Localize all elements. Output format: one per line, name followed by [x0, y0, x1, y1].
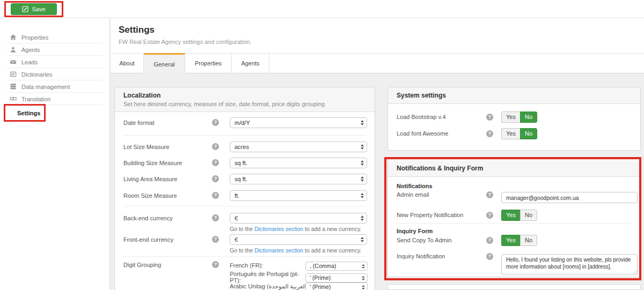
page-subtitle: FW Real Estate Agency settings and confi…: [119, 39, 252, 45]
help-icon[interactable]: ?: [486, 130, 493, 137]
help-icon[interactable]: ?: [486, 191, 493, 198]
select-arrows-icon: [361, 215, 364, 221]
inquiry-notification-label: Inquiry Notification: [397, 251, 445, 262]
currency-note: Go to the Dictionaries section to add a …: [230, 226, 362, 232]
sidebar-item-settings[interactable]: Settings: [0, 105, 109, 121]
toggle-no[interactable]: No: [520, 210, 537, 221]
help-icon[interactable]: ?: [212, 143, 219, 150]
localization-title: Localization: [123, 92, 366, 99]
sidebar-item-agents[interactable]: Agents: [0, 43, 109, 56]
help-icon[interactable]: ?: [212, 159, 219, 166]
save-button-label: Save: [32, 6, 45, 12]
sidebar: Properties Agents Leads Dictionaries Dat…: [0, 18, 110, 290]
tab-properties[interactable]: Properties: [185, 54, 232, 73]
help-icon[interactable]: ?: [212, 192, 219, 199]
topbar: Save: [0, 0, 644, 18]
load-font-awesome-label: Load font Awesome: [397, 128, 448, 139]
admin-email-label: Admin email: [397, 189, 429, 200]
sidebar-item-data-management[interactable]: Data management: [0, 80, 109, 93]
sidebar-item-label: Data management: [21, 84, 70, 90]
divider: [397, 223, 632, 224]
help-icon[interactable]: ?: [486, 237, 493, 244]
select-arrows-icon: [362, 285, 365, 289]
help-icon[interactable]: ?: [212, 236, 219, 243]
localization-subtitle: Set here desired currency, measure of si…: [123, 101, 366, 107]
help-icon[interactable]: ?: [486, 114, 493, 121]
toggle-no[interactable]: No: [520, 235, 537, 246]
digit-grouping-fr-label: French (FR):: [230, 263, 305, 269]
digit-grouping-label: Digit Grouping: [123, 259, 161, 270]
sidebar-item-dictionaries[interactable]: Dictionaries: [0, 68, 109, 80]
new-property-notification-label: New Property Notification: [397, 210, 463, 221]
help-icon[interactable]: ?: [212, 214, 219, 221]
select-arrows-icon: [361, 160, 364, 166]
help-icon[interactable]: ?: [212, 175, 219, 182]
toggle-yes[interactable]: Yes: [501, 210, 520, 221]
select-arrows-icon: [361, 237, 364, 242]
save-icon: [22, 6, 28, 12]
toggle-no[interactable]: No: [520, 128, 537, 139]
building-size-select[interactable]: sq ft.: [230, 158, 367, 168]
sidebar-item-label: Leads: [21, 59, 38, 65]
sidebar-item-label: Translation: [21, 96, 50, 102]
sidebar-item-leads[interactable]: Leads: [0, 56, 109, 68]
system-settings-panel-header: System settings: [388, 87, 640, 104]
digit-grouping-ar-label: Arabic Unitag (العربية الموحدة):: [230, 284, 316, 290]
toggle-no[interactable]: No: [520, 111, 537, 123]
tabbar: About General Properties Agents: [111, 53, 644, 73]
inquiry-form-section-label: Inquiry Form: [397, 228, 433, 235]
notifications-panel: Notifications & Inquiry Form Notificatio…: [387, 159, 641, 277]
load-bootstrap-label: Load Bootstrap v.4: [397, 111, 446, 123]
help-icon[interactable]: ?: [212, 261, 219, 268]
digit-grouping-french-select[interactable]: , (Comma): [305, 262, 368, 271]
home-icon: [10, 34, 17, 41]
room-size-label: Room Size Measure: [123, 190, 177, 201]
select-arrows-icon: [361, 193, 364, 198]
save-button[interactable]: Save: [11, 3, 57, 15]
help-icon[interactable]: ?: [486, 253, 493, 260]
living-area-select[interactable]: sq ft.: [230, 174, 367, 184]
digit-grouping-pt-label: Português de Portugal (pt-PT):: [230, 271, 305, 284]
page-header: Settings FW Real Estate Agency settings …: [111, 18, 644, 53]
room-size-select[interactable]: ft.: [230, 190, 367, 201]
inquiry-notification-textarea[interactable]: Hello, I found your listing on this webs…: [501, 254, 638, 275]
toggle-yes[interactable]: Yes: [501, 235, 520, 246]
sidebar-item-label: Properties: [21, 34, 48, 41]
digit-grouping-pt-select[interactable]: ' (Prime): [305, 273, 368, 282]
send-copy-to-admin-toggle: Yes No: [501, 235, 537, 246]
system-settings-title: System settings: [397, 92, 632, 99]
lot-size-select[interactable]: acres: [230, 142, 367, 152]
envelope-icon: [10, 58, 17, 65]
sidebar-item-properties[interactable]: Properties: [0, 31, 109, 43]
help-icon[interactable]: ?: [212, 119, 219, 126]
select-arrows-icon: [362, 264, 365, 269]
select-arrows-icon: [362, 276, 365, 280]
tab-agents[interactable]: Agents: [232, 54, 269, 73]
date-format-select[interactable]: m/d/Y: [230, 117, 367, 128]
backend-currency-label: Back-end currency: [123, 213, 173, 224]
toggle-yes[interactable]: Yes: [501, 111, 520, 123]
main-area: Settings FW Real Estate Agency settings …: [111, 18, 644, 290]
next-panel-top-edge: [387, 284, 641, 290]
frontend-currency-select[interactable]: €: [230, 234, 367, 245]
localization-panel-header: Localization Set here desired currency, …: [115, 87, 375, 112]
digit-grouping-ar-select[interactable]: ' (Prime): [305, 282, 368, 290]
admin-email-input[interactable]: [501, 192, 638, 203]
select-arrows-icon: [361, 120, 364, 125]
currency-note: Go to the Dictionaries section to add a …: [230, 247, 362, 254]
divider: [123, 256, 367, 257]
dictionaries-section-link[interactable]: Dictionaries section: [254, 226, 303, 232]
divider: [123, 135, 367, 136]
toggle-yes[interactable]: Yes: [501, 128, 520, 139]
help-icon[interactable]: ?: [486, 212, 493, 219]
date-format-label: Date format: [123, 117, 154, 128]
dictionaries-section-link[interactable]: Dictionaries section: [254, 247, 303, 254]
tab-general[interactable]: General: [144, 53, 185, 73]
backend-currency-select[interactable]: €: [230, 213, 367, 224]
tab-about[interactable]: About: [111, 54, 144, 73]
frontend-currency-label: Front-end currency: [123, 234, 173, 245]
sidebar-item-translation[interactable]: Translation: [0, 93, 109, 105]
translation-icon: [10, 95, 17, 102]
database-icon: [10, 83, 17, 90]
notifications-panel-header: Notifications & Inquiry Form: [388, 159, 640, 177]
